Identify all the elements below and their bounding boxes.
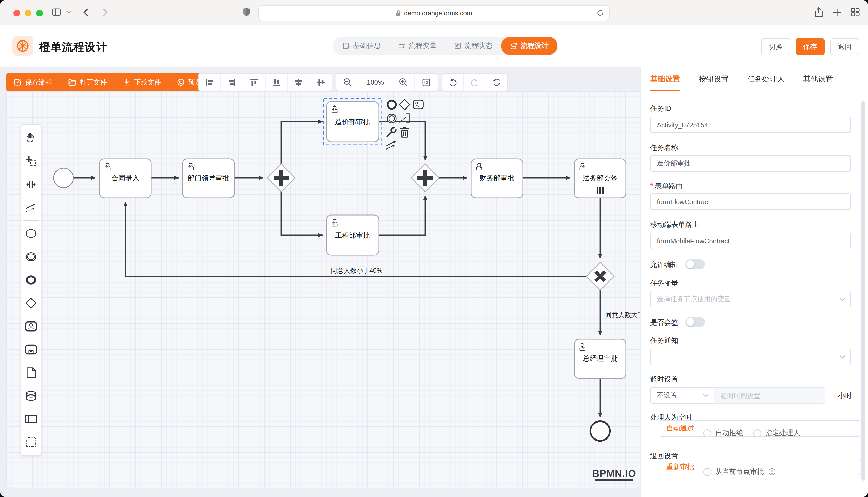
bpmn-diagram: 同意人数小于40% 同意人数大于40% 合同录入 部门领导审批: [6, 91, 640, 488]
panel-tab-other[interactable]: 其他设置: [803, 74, 833, 91]
share-icon[interactable]: [814, 7, 823, 17]
url-text: demo.orangeforms.com: [404, 10, 472, 17]
task-name-input[interactable]: [650, 155, 851, 172]
preview-icon: [177, 79, 185, 86]
align-center-vertical-button[interactable]: [309, 74, 332, 91]
redo-button[interactable]: [464, 74, 486, 91]
flow-icon: [510, 42, 518, 49]
app-logo: [12, 36, 33, 56]
forward-icon[interactable]: [102, 8, 108, 17]
task-engineering-dept[interactable]: 工程部审批: [327, 215, 379, 255]
save-button[interactable]: 保存: [796, 38, 825, 55]
undo-button[interactable]: [442, 74, 464, 91]
bpmn-io-logo[interactable]: BPMN.iO: [592, 468, 636, 481]
task-legal-dept[interactable]: 法务部会签: [574, 159, 626, 198]
pad-append-intermediate-event[interactable]: [387, 114, 396, 123]
countersign-toggle[interactable]: [685, 317, 705, 327]
task-finance-dept[interactable]: 财务部审批: [471, 159, 523, 198]
task-cost-dept[interactable]: 造价部审批: [323, 98, 382, 145]
panel-tab-assignee[interactable]: 任务处理人: [747, 74, 785, 91]
parallel-gateway-join[interactable]: [411, 164, 439, 192]
flow-cost-to-gateway2[interactable]: [379, 122, 425, 160]
multi-instance-marker: [597, 187, 604, 194]
zoom-fit-button[interactable]: [414, 74, 438, 91]
properties-panel: 基础设置 按钮设置 任务处理人 其他设置 任务ID 任务名称 表单路由 移动端表…: [640, 67, 868, 497]
pad-append-task[interactable]: [413, 100, 423, 109]
tab-label: 流程变量: [409, 41, 437, 51]
align-bottom-button[interactable]: [265, 74, 287, 91]
open-file-button[interactable]: 打开文件: [60, 73, 114, 91]
tab-process-variables[interactable]: 流程变量: [390, 37, 445, 55]
task-id-input[interactable]: [650, 116, 851, 133]
align-left-button[interactable]: [199, 74, 220, 91]
align-toolbar: [198, 73, 332, 91]
flow-engineering-to-gateway2[interactable]: [379, 196, 425, 235]
exclusive-gateway[interactable]: [586, 262, 614, 290]
edge-label-gt40: 同意人数大于40%: [605, 311, 640, 318]
back-icon[interactable]: [83, 8, 89, 17]
pad-append-end-event[interactable]: [388, 101, 396, 109]
new-tab-icon[interactable]: [833, 8, 841, 16]
zoom-level[interactable]: 100%: [359, 74, 391, 91]
button-label: 保存流程: [25, 77, 52, 87]
task-dept-leader[interactable]: 部门领导审批: [183, 159, 234, 198]
task-notify-select[interactable]: [650, 349, 851, 365]
tab-overview-icon[interactable]: [851, 8, 860, 16]
panel-tab-basic[interactable]: 基础设置: [650, 74, 680, 91]
svg-text:财务部审批: 财务部审批: [480, 174, 514, 182]
task-general-manager[interactable]: 总经理审批: [574, 339, 626, 379]
sidebar-toggle-icon[interactable]: [52, 8, 61, 16]
zoom-out-button[interactable]: [336, 74, 359, 91]
orange-slice-icon: [16, 39, 29, 53]
radio-assign-handler[interactable]: 指定处理人: [754, 428, 800, 438]
bpmn-canvas[interactable]: 同意人数小于40% 同意人数大于40% 合同录入 部门领导审批: [6, 91, 640, 488]
pad-delete-trash[interactable]: [400, 128, 409, 137]
radio-auto-reject[interactable]: 自动拒绝: [703, 428, 743, 438]
reset-button[interactable]: [485, 74, 507, 91]
pad-change-type-wrench[interactable]: [387, 127, 397, 137]
align-center-horizontal-button[interactable]: [287, 74, 309, 91]
pad-append-text-annotation[interactable]: [399, 114, 409, 122]
tab-process-design[interactable]: 流程设计: [501, 37, 557, 55]
pad-append-gateway[interactable]: [399, 100, 410, 110]
info-icon[interactable]: [768, 468, 775, 475]
panel-tab-buttons[interactable]: 按钮设置: [699, 74, 729, 91]
mobile-form-route-input[interactable]: [650, 232, 851, 249]
back-button[interactable]: 返回: [830, 38, 859, 55]
svg-text:法务部会签: 法务部会签: [583, 174, 618, 182]
lock-icon: [396, 10, 401, 16]
tab-process-status[interactable]: 流程状态: [445, 37, 501, 55]
timeout-value-input[interactable]: [714, 387, 825, 404]
zoom-in-button[interactable]: [392, 74, 414, 91]
align-top-button[interactable]: [243, 74, 265, 91]
download-file-button[interactable]: 下载文件: [114, 73, 169, 91]
align-right-button[interactable]: [220, 74, 243, 91]
refresh-icon[interactable]: [596, 9, 604, 17]
form-route-input[interactable]: [650, 193, 851, 210]
shield-icon[interactable]: [243, 7, 250, 17]
radio-from-current-node[interactable]: 从当前节点审批: [703, 467, 775, 477]
task-contract-entry[interactable]: 合同录入: [100, 159, 151, 198]
countersign-label: 是否会签: [650, 318, 678, 327]
tab-basic-info[interactable]: 基础信息: [334, 37, 390, 55]
allow-edit-label: 允许编辑: [650, 260, 678, 270]
timeout-mode-select[interactable]: 不设置: [650, 387, 714, 404]
flow-gateway1-to-engineering[interactable]: [281, 192, 322, 235]
parallel-gateway-split[interactable]: [267, 164, 295, 192]
panel-scrollbar[interactable]: [861, 101, 865, 481]
maximize-window-button[interactable]: [36, 10, 43, 16]
folder-icon: [68, 79, 77, 86]
url-bar[interactable]: demo.orangeforms.com: [258, 5, 610, 21]
allow-edit-toggle[interactable]: [685, 259, 705, 269]
switch-button[interactable]: 切换: [761, 38, 790, 55]
flow-gateway1-to-cost[interactable]: [281, 122, 322, 164]
chevron-down-icon[interactable]: [67, 11, 71, 14]
browser-chrome: demo.orangeforms.com: [0, 0, 868, 25]
start-event[interactable]: [54, 168, 73, 188]
minimize-window-button[interactable]: [25, 10, 31, 16]
end-event[interactable]: [590, 421, 610, 441]
save-flow-button[interactable]: 保存流程: [6, 73, 60, 91]
close-window-button[interactable]: [13, 10, 20, 16]
task-variable-select[interactable]: 选择任务节点使用的变量: [650, 291, 851, 307]
pad-connect-tool[interactable]: [387, 141, 396, 149]
